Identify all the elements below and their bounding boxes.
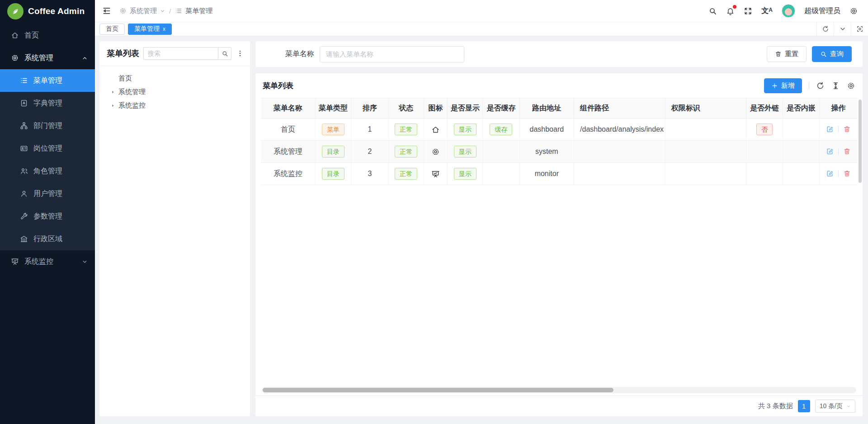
- settings-gear-icon[interactable]: [849, 7, 858, 15]
- sidebar-item-menu-mgmt[interactable]: 菜单管理: [0, 69, 95, 92]
- table-cell: /dashboard/analysis/index: [574, 119, 665, 141]
- action-divider: [838, 126, 839, 132]
- kebab-menu-icon[interactable]: [236, 50, 245, 57]
- sidebar-item-monitor[interactable]: 系统监控: [0, 250, 95, 273]
- refresh-icon[interactable]: [816, 81, 825, 90]
- action-divider: [838, 148, 839, 154]
- menu-name-input[interactable]: [320, 46, 464, 62]
- page-size-select[interactable]: 10 条/页: [815, 400, 855, 413]
- edit-button[interactable]: [825, 169, 835, 178]
- user-name[interactable]: 超级管理员: [804, 6, 840, 16]
- breadcrumb: 系统管理 / 菜单管理: [119, 7, 212, 15]
- sidebar-item-label: 岗位管理: [33, 144, 62, 153]
- edit-button[interactable]: [825, 124, 835, 134]
- page-1-button[interactable]: 1: [798, 400, 810, 412]
- menu-table: 菜单名称菜单类型排序状态图标是否显示是否缓存路由地址组件路径权限标识是否外链是否…: [261, 98, 857, 185]
- tree-item-home[interactable]: 首页: [103, 71, 246, 85]
- breadcrumb-item-menu[interactable]: 菜单管理: [175, 7, 212, 15]
- sidebar-item-label: 角色管理: [33, 167, 62, 176]
- chevron-down-icon[interactable]: [834, 22, 851, 36]
- sidebar-item-home[interactable]: 首页: [0, 24, 95, 47]
- sidebar-item-param-mgmt[interactable]: 参数管理: [0, 205, 95, 228]
- sidebar-collapse-icon[interactable]: [102, 6, 111, 15]
- toolbar-divider: [809, 82, 809, 90]
- id-badge-icon: [20, 144, 28, 152]
- sidebar-item-label: 参数管理: [33, 212, 62, 221]
- gear-icon: [11, 54, 19, 62]
- monitor-icon: [11, 257, 19, 266]
- tree-search-input[interactable]: [143, 47, 218, 60]
- avatar[interactable]: [782, 4, 795, 18]
- table-cell: [746, 163, 783, 185]
- notifications-button[interactable]: [726, 7, 735, 15]
- gear-icon: [119, 7, 127, 14]
- tab-menu-mgmt[interactable]: 菜单管理 x: [128, 24, 172, 35]
- add-button[interactable]: 新增: [764, 78, 802, 93]
- tab-label: 首页: [106, 25, 118, 33]
- table-cell: system: [519, 141, 574, 163]
- top-header: 系统管理 / 菜单管理 文A 超级管理员: [95, 0, 868, 22]
- edit-button[interactable]: [825, 147, 835, 156]
- sidebar-item-system[interactable]: 系统管理: [0, 47, 95, 69]
- delete-button[interactable]: [842, 124, 852, 134]
- column-header: 权限标识: [665, 98, 746, 119]
- search-icon[interactable]: [708, 7, 717, 15]
- query-button[interactable]: 查询: [812, 46, 852, 62]
- add-button-label: 新增: [781, 81, 795, 90]
- table-cell: 菜单: [315, 119, 351, 141]
- caret-right-icon[interactable]: [109, 103, 116, 108]
- tree-search-group: [143, 47, 231, 60]
- sidebar-item-role-mgmt[interactable]: 角色管理: [0, 160, 95, 182]
- action-divider: [838, 170, 839, 176]
- delete-button[interactable]: [842, 169, 852, 178]
- table-cell: [783, 163, 819, 185]
- tree-panel-header: 菜单列表: [99, 47, 250, 66]
- column-settings-gear-icon[interactable]: [847, 81, 855, 90]
- close-icon[interactable]: x: [163, 26, 165, 32]
- sidebar-item-region-mgmt[interactable]: 行政区域: [0, 228, 95, 250]
- table-cell: [424, 119, 447, 141]
- delete-button[interactable]: [842, 147, 852, 156]
- translate-icon[interactable]: 文A: [761, 7, 773, 14]
- status-tag: 否: [756, 124, 773, 135]
- row-height-icon[interactable]: [831, 81, 840, 90]
- breadcrumb-item-system[interactable]: 系统管理: [119, 7, 165, 15]
- notification-dot: [733, 5, 736, 9]
- chevron-up-icon: [82, 55, 88, 61]
- table-cell: [665, 141, 746, 163]
- fullscreen-icon[interactable]: [744, 7, 752, 15]
- chevron-down-icon: [846, 404, 851, 409]
- status-tag: 目录: [322, 146, 344, 157]
- maximize-icon[interactable]: [851, 22, 868, 36]
- vertical-scrollbar[interactable]: [859, 100, 862, 183]
- table-cell: [820, 141, 857, 163]
- refresh-icon[interactable]: [816, 22, 834, 36]
- leaf-logo-icon: [7, 3, 24, 19]
- table-row: 系统管理目录2正常显示system: [261, 141, 857, 163]
- table-cell: [820, 119, 857, 141]
- table-cell: [483, 163, 519, 185]
- table-header-row: 菜单名称菜单类型排序状态图标是否显示是否缓存路由地址组件路径权限标识是否外链是否…: [261, 98, 857, 119]
- reset-button[interactable]: 重置: [767, 46, 807, 62]
- table-cell: 首页: [261, 119, 315, 141]
- sidebar-item-user-mgmt[interactable]: 用户管理: [0, 182, 95, 205]
- status-tag: 显示: [454, 168, 476, 180]
- table-cell: 1: [351, 119, 388, 141]
- tree-item-monitor[interactable]: 系统监控: [103, 99, 246, 112]
- sidebar-item-dept-mgmt[interactable]: 部门管理: [0, 114, 95, 137]
- sidebar-nav: 首页 系统管理 菜单管理 字典管理 部门管理 岗位管理: [0, 22, 95, 424]
- tab-home[interactable]: 首页: [99, 24, 125, 35]
- sidebar-item-label: 菜单管理: [33, 76, 62, 86]
- dictionary-icon: [20, 99, 28, 107]
- tree-item-system[interactable]: 系统管理: [103, 85, 246, 99]
- horizontal-scrollbar-thumb[interactable]: [263, 388, 613, 392]
- table-cell: 2: [351, 141, 388, 163]
- table-cell: [483, 141, 519, 163]
- sidebar-item-post-mgmt[interactable]: 岗位管理: [0, 137, 95, 160]
- table-cell: 目录: [315, 163, 351, 185]
- tree-search-button[interactable]: [218, 47, 231, 60]
- table-cell: 正常: [388, 119, 424, 141]
- caret-right-icon[interactable]: [109, 90, 116, 95]
- sidebar-item-dict-mgmt[interactable]: 字典管理: [0, 92, 95, 114]
- column-header: 是否内嵌: [783, 98, 819, 119]
